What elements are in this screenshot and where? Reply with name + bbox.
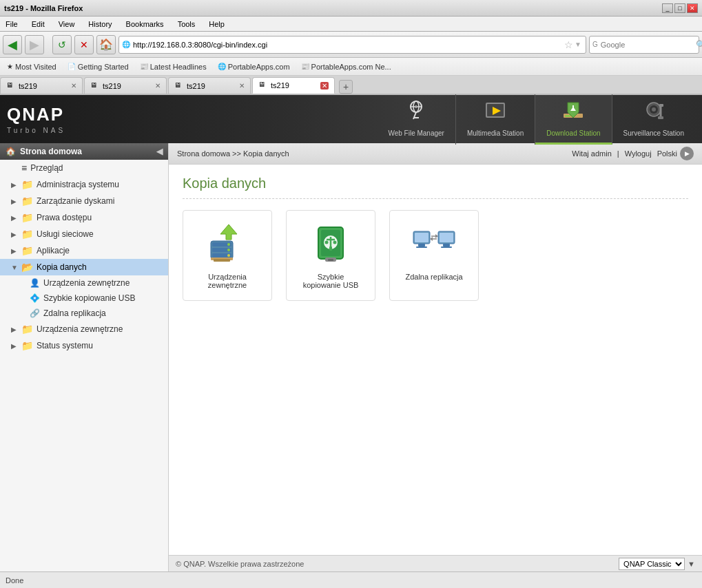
tab4-close[interactable]: ✕ [320, 82, 329, 90]
tab2-favicon: 🖥 [90, 81, 100, 91]
search-bar: G 🔍 [589, 36, 699, 54]
svg-point-3 [415, 105, 417, 108]
minimize-button[interactable]: _ [662, 3, 673, 13]
close-button[interactable]: ✕ [687, 3, 698, 13]
browser-titlebar: ts219 - Mozilla Firefox _ □ ✕ [0, 0, 702, 17]
multimedia-station-icon [483, 100, 508, 127]
main-content: Strona domowa >> Kopia danych Witaj admi… [169, 143, 702, 571]
sidebar-item-uslugi[interactable]: ▶ 📁 Usługi sieciowe [0, 226, 168, 242]
arrow-zarzadzanie: ▶ [11, 198, 18, 205]
svg-rect-47 [441, 246, 452, 248]
bookmark-getting-started[interactable]: 📄 Getting Started [63, 61, 133, 72]
theme-selector[interactable]: QNAP Classic Modern [619, 558, 685, 570]
rss-icon: 📰 [140, 63, 148, 70]
svg-rect-29 [214, 259, 230, 262]
multimedia-station-label: Multimedia Station [467, 129, 524, 137]
nav-web-file-manager[interactable]: Web File Manager [377, 94, 456, 145]
sidebar-item-przeglad[interactable]: ≡ Przegląd [0, 160, 168, 176]
sidebar-item-status[interactable]: ▶ 📁 Status systemu [0, 337, 168, 354]
bookmarks-bar: ★ Most Visited 📄 Getting Started 📰 Lates… [0, 58, 702, 76]
tab2-close[interactable]: ✕ [155, 82, 161, 90]
bookmark-star[interactable]: ☆ [564, 39, 573, 50]
card-szybkie-label: Szybkie kopiowanie USB [300, 273, 361, 289]
bookmark-portableapps-ne[interactable]: 📰 PortableApps.com Ne... [297, 61, 395, 72]
icon-urzadzenia-zew: 👤 [30, 278, 40, 288]
sidebar-item-zarzadzanie[interactable]: ▶ 📁 Zarządzanie dyskami [0, 193, 168, 209]
sidebar-item-urzadzenia[interactable]: ▶ 📁 Urządzenia zewnętrzne [0, 321, 168, 337]
backup-icon [205, 222, 249, 266]
search-input[interactable] [601, 41, 696, 49]
browser-tabs: 🖥 ts219 ✕ 🖥 ts219 ✕ 🖥 ts219 ✕ 🖥 ts219 ✕ … [0, 76, 702, 95]
label-urzadzenia-zew: Urządzenia zewnętrzne [43, 278, 163, 288]
new-tab-button[interactable]: + [339, 80, 353, 94]
icon-grid: Urządzenia zewnętrzne [183, 210, 688, 301]
usb-icon [309, 222, 353, 266]
logout-link[interactable]: Wyloguj [625, 149, 652, 158]
svg-marker-27 [220, 224, 237, 240]
svg-point-36 [333, 241, 337, 244]
card-zdalna-replikacja[interactable]: Zdalna replikacja [389, 210, 479, 301]
nav-download-station[interactable]: Download Station [535, 94, 612, 145]
back-button[interactable]: ◀ [3, 35, 22, 54]
svg-rect-43 [416, 246, 427, 248]
refresh-button[interactable]: ↺ [52, 35, 72, 54]
menu-file[interactable]: File [3, 19, 21, 29]
tab1-close[interactable]: ✕ [71, 82, 76, 90]
sidebar-item-szybkie[interactable]: 💠 Szybkie kopiowanie USB [0, 291, 168, 306]
tab-4[interactable]: 🖥 ts219 ✕ [252, 77, 335, 94]
address-input[interactable] [133, 41, 561, 49]
menu-tools[interactable]: Tools [175, 19, 198, 29]
card-szybkie-kopiowanie[interactable]: Szybkie kopiowanie USB [286, 210, 375, 301]
svg-point-26 [227, 254, 230, 257]
label-kopia: Kopia danych [37, 262, 163, 272]
bookmark-most-visited[interactable]: ★ Most Visited [3, 61, 61, 72]
svg-marker-51 [430, 237, 433, 241]
menu-history[interactable]: History [85, 19, 114, 29]
stop-button[interactable]: ✕ [74, 35, 94, 54]
nav-multimedia-station[interactable]: Multimedia Station [456, 94, 535, 145]
svg-rect-39 [328, 259, 333, 261]
label-administracja: Administracja systemu [37, 180, 163, 189]
qnap-logo-text: QNAP [7, 104, 65, 125]
tab-2[interactable]: 🖥 ts219 ✕ [84, 77, 167, 94]
icon-urzadzenia: 📁 [21, 324, 33, 335]
qnap-footer: © QNAP. Wszelkie prawa zastrzeżone QNAP … [169, 555, 702, 571]
sidebar-item-kopia[interactable]: ▼ 📂 Kopia danych [0, 259, 168, 275]
label-uslugi: Usługi sieciowe [37, 229, 163, 239]
breadcrumb-bar: Strona domowa >> Kopia danych Witaj admi… [169, 143, 702, 165]
tab-1[interactable]: 🖥 ts219 ✕ [0, 77, 83, 94]
forward-button[interactable]: ▶ [25, 35, 44, 54]
restore-button[interactable]: □ [674, 3, 685, 13]
search-button[interactable]: 🔍 [696, 40, 702, 50]
footer-right: QNAP Classic Modern ▼ [619, 558, 695, 570]
tab3-close[interactable]: ✕ [239, 82, 245, 90]
sidebar-item-urzadzenia-zew[interactable]: 👤 Urządzenia zewnętrzne [0, 275, 168, 291]
page-content: Kopia danych [169, 165, 702, 555]
bookmark-latest-headlines[interactable]: 📰 Latest Headlines [136, 61, 211, 72]
svg-point-24 [227, 243, 230, 246]
sidebar-item-aplikacje[interactable]: ▶ 📁 Aplikacje [0, 242, 168, 259]
menu-edit[interactable]: Edit [29, 19, 48, 29]
browser-statusbar: Done [0, 571, 702, 588]
lang-selector: Polski ▶ [657, 147, 694, 160]
nav-surveillance-station[interactable]: Surveillance Station [612, 94, 695, 145]
menu-help[interactable]: Help [206, 19, 227, 29]
sidebar-item-prawa[interactable]: ▶ 📁 Prawa dostępu [0, 209, 168, 226]
icon-aplikacje: 📁 [21, 245, 33, 256]
home-button[interactable]: 🏠 [96, 35, 116, 54]
svg-rect-37 [329, 246, 332, 251]
bookmark-portableapps[interactable]: 🌐 PortableApps.com [214, 61, 294, 72]
page-icon: 🌐 [122, 41, 130, 48]
tab-3[interactable]: 🖥 ts219 ✕ [168, 77, 251, 94]
icon-kopia: 📂 [21, 262, 33, 273]
sidebar-collapse-button[interactable]: ◀ [156, 147, 163, 156]
lang-button[interactable]: ▶ [680, 147, 694, 160]
menu-view[interactable]: View [56, 19, 78, 29]
menu-bookmarks[interactable]: Bookmarks [123, 19, 167, 29]
card-urzadzenia-zewnetrzne[interactable]: Urządzenia zewnętrzne [183, 210, 272, 301]
address-arrow[interactable]: ▼ [575, 41, 581, 48]
label-aplikacje: Aplikacje [37, 246, 163, 255]
sidebar-item-administracja[interactable]: ▶ 📁 Administracja systemu [0, 176, 168, 193]
svg-rect-17 [659, 104, 663, 107]
sidebar-item-zdalna[interactable]: 🔗 Zdalna replikacja [0, 306, 168, 321]
